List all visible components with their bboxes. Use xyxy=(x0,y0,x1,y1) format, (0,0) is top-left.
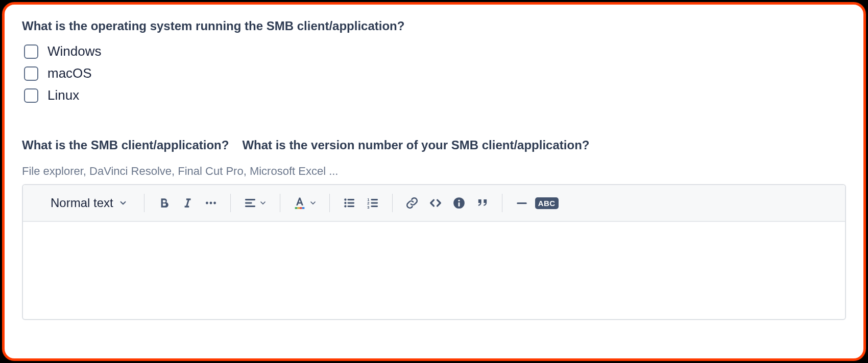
align-dropdown[interactable] xyxy=(240,193,271,213)
divider-button[interactable] xyxy=(512,193,532,213)
numbered-list-button[interactable]: 123 xyxy=(363,193,383,213)
link-button[interactable] xyxy=(402,193,422,213)
text-color-icon xyxy=(293,196,307,210)
info-icon xyxy=(452,196,466,210)
checkbox-row-linux[interactable]: Linux xyxy=(22,84,846,106)
link-icon xyxy=(405,196,419,210)
svg-rect-15 xyxy=(458,202,460,207)
editor-toolbar: Normal text xyxy=(23,185,845,222)
numbered-list-icon: 123 xyxy=(366,196,379,210)
text-style-label: Normal text xyxy=(51,196,113,210)
svg-point-8 xyxy=(344,202,346,204)
checkbox-label: macOS xyxy=(47,65,92,81)
quote-icon xyxy=(475,196,490,210)
svg-text:3: 3 xyxy=(367,205,369,210)
more-formatting-button[interactable] xyxy=(201,193,221,213)
question-client-label: What is the SMB client/application? xyxy=(22,138,229,152)
svg-rect-6 xyxy=(302,207,304,209)
chevron-down-icon xyxy=(259,199,267,207)
toolbar-separator xyxy=(329,194,330,212)
checkbox-row-macos[interactable]: macOS xyxy=(22,62,846,84)
svg-rect-16 xyxy=(517,202,527,204)
checkbox-icon[interactable] xyxy=(24,44,38,59)
text-color-dropdown[interactable] xyxy=(290,193,320,213)
svg-point-9 xyxy=(344,205,346,207)
bullet-list-button[interactable] xyxy=(339,193,359,213)
bold-icon xyxy=(157,196,171,210)
form-panel: What is the operating system running the… xyxy=(2,2,866,361)
chevron-down-icon xyxy=(118,198,128,208)
ellipsis-icon xyxy=(204,196,218,210)
italic-icon xyxy=(181,196,194,210)
align-left-icon xyxy=(244,196,257,210)
svg-rect-5 xyxy=(300,207,302,209)
svg-point-0 xyxy=(206,202,208,205)
question-os-label: What is the operating system running the… xyxy=(22,19,846,33)
toolbar-separator xyxy=(502,194,502,212)
svg-rect-3 xyxy=(295,207,297,209)
code-button[interactable] xyxy=(425,193,446,213)
checkbox-label: Windows xyxy=(47,43,101,59)
toolbar-separator xyxy=(280,194,280,212)
svg-rect-4 xyxy=(297,207,300,209)
question-row: What is the SMB client/application? What… xyxy=(22,138,846,160)
toolbar-separator xyxy=(144,194,144,212)
checkbox-row-windows[interactable]: Windows xyxy=(22,40,846,62)
hint-text: File explorer, DaVinci Resolve, Final Cu… xyxy=(22,165,846,178)
horizontal-rule-icon xyxy=(515,196,528,210)
question-version-label: What is the version number of your SMB c… xyxy=(242,138,589,152)
checkbox-icon[interactable] xyxy=(24,88,38,103)
svg-point-2 xyxy=(213,202,216,205)
text-style-dropdown[interactable]: Normal text xyxy=(30,193,135,213)
italic-button[interactable] xyxy=(177,193,198,213)
toolbar-separator xyxy=(392,194,393,212)
info-button[interactable] xyxy=(449,193,469,213)
rich-text-editor: Normal text xyxy=(22,184,846,320)
toolbar-separator xyxy=(230,194,231,212)
chevron-down-icon xyxy=(309,199,317,207)
abc-button[interactable]: ABC xyxy=(535,193,559,213)
checkbox-label: Linux xyxy=(47,87,79,103)
svg-point-14 xyxy=(458,199,460,201)
svg-point-7 xyxy=(344,198,346,200)
bold-button[interactable] xyxy=(154,193,174,213)
svg-point-1 xyxy=(209,202,212,205)
bullet-list-icon xyxy=(343,196,356,210)
quote-button[interactable] xyxy=(472,193,493,213)
checkbox-icon[interactable] xyxy=(24,66,38,81)
code-icon xyxy=(428,196,443,210)
abc-icon: ABC xyxy=(535,197,559,209)
editor-content-area[interactable] xyxy=(23,222,845,319)
